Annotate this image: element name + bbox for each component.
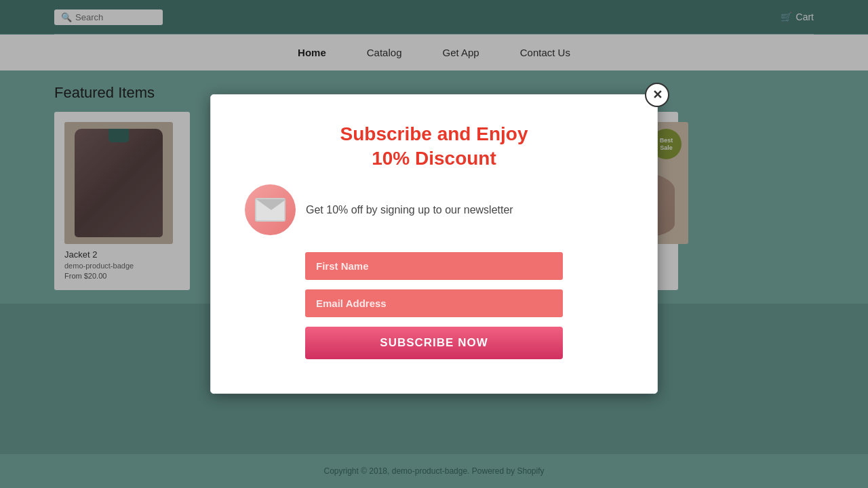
first-name-input[interactable]: [305, 252, 563, 280]
mail-icon-wrap: [245, 184, 296, 235]
modal-body: Get 10% off by signing up to our newslet…: [245, 184, 623, 235]
email-input[interactable]: [305, 289, 563, 317]
modal-overlay: ✕ Subscribe and Enjoy 10% Discount Get 1…: [0, 0, 868, 488]
modal-title: Subscribe and Enjoy 10% Discount: [245, 122, 623, 171]
modal-close-button[interactable]: ✕: [645, 83, 669, 107]
modal-body-text: Get 10% off by signing up to our newslet…: [306, 204, 513, 216]
subscribe-form: SUBSCRIBE NOW: [245, 252, 623, 359]
modal-title-line2: 10% Discount: [372, 148, 496, 169]
subscribe-button[interactable]: SUBSCRIBE NOW: [305, 327, 563, 359]
mail-icon: [255, 198, 285, 222]
subscribe-modal: ✕ Subscribe and Enjoy 10% Discount Get 1…: [210, 94, 658, 394]
modal-title-line1: Subscribe and Enjoy: [340, 123, 528, 144]
